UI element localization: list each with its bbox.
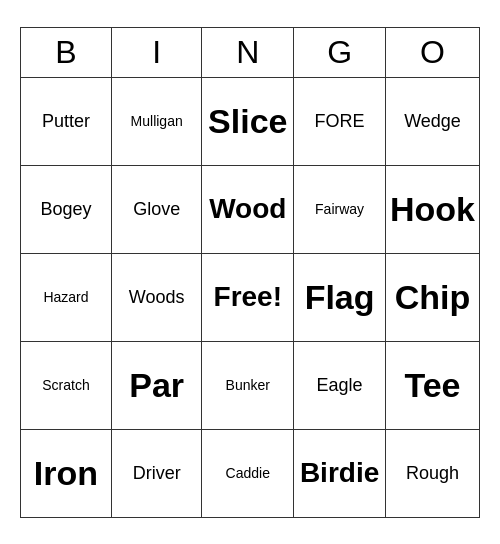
bingo-cell: Fairway <box>294 165 386 253</box>
bingo-cell: Woods <box>111 253 201 341</box>
bingo-cell: Caddie <box>202 429 294 517</box>
cell-label: Fairway <box>298 201 381 217</box>
bingo-cell: Bunker <box>202 341 294 429</box>
bingo-cell: FORE <box>294 77 386 165</box>
cell-label: Chip <box>390 278 475 317</box>
header-letter: N <box>202 27 294 77</box>
bingo-cell: Glove <box>111 165 201 253</box>
cell-label: Eagle <box>298 375 381 396</box>
cell-label: Mulligan <box>116 113 197 129</box>
cell-label: Glove <box>116 199 197 220</box>
bingo-cell: Free! <box>202 253 294 341</box>
bingo-card: BINGO PutterMulliganSliceFOREWedgeBogeyG… <box>20 27 480 518</box>
bingo-cell: Par <box>111 341 201 429</box>
bingo-cell: Mulligan <box>111 77 201 165</box>
bingo-cell: Rough <box>385 429 479 517</box>
bingo-cell: Putter <box>21 77 112 165</box>
cell-label: Scratch <box>25 377 107 393</box>
cell-label: Hazard <box>25 289 107 305</box>
cell-label: Driver <box>116 463 197 484</box>
bingo-cell: Tee <box>385 341 479 429</box>
bingo-cell: Hazard <box>21 253 112 341</box>
cell-label: Slice <box>206 102 289 141</box>
cell-label: Wood <box>206 193 289 225</box>
table-row: HazardWoodsFree!FlagChip <box>21 253 480 341</box>
header-letter: B <box>21 27 112 77</box>
bingo-cell: Slice <box>202 77 294 165</box>
header-letter: O <box>385 27 479 77</box>
bingo-cell: Iron <box>21 429 112 517</box>
bingo-cell: Birdie <box>294 429 386 517</box>
cell-label: Putter <box>25 111 107 132</box>
cell-label: Caddie <box>206 465 289 481</box>
cell-label: Birdie <box>298 457 381 489</box>
table-row: ScratchParBunkerEagleTee <box>21 341 480 429</box>
table-row: PutterMulliganSliceFOREWedge <box>21 77 480 165</box>
header-letter: I <box>111 27 201 77</box>
bingo-cell: Hook <box>385 165 479 253</box>
cell-label: Woods <box>116 287 197 308</box>
bingo-cell: Eagle <box>294 341 386 429</box>
cell-label: FORE <box>298 111 381 132</box>
cell-label: Wedge <box>390 111 475 132</box>
table-row: BogeyGloveWoodFairwayHook <box>21 165 480 253</box>
table-row: IronDriverCaddieBirdieRough <box>21 429 480 517</box>
bingo-cell: Bogey <box>21 165 112 253</box>
bingo-cell: Chip <box>385 253 479 341</box>
bingo-cell: Flag <box>294 253 386 341</box>
cell-label: Bogey <box>25 199 107 220</box>
cell-label: Flag <box>298 278 381 317</box>
cell-label: Iron <box>25 454 107 493</box>
cell-label: Hook <box>390 190 475 229</box>
cell-label: Free! <box>206 281 289 313</box>
cell-label: Tee <box>390 366 475 405</box>
cell-label: Bunker <box>206 377 289 393</box>
bingo-cell: Wedge <box>385 77 479 165</box>
cell-label: Rough <box>390 463 475 484</box>
header-letter: G <box>294 27 386 77</box>
bingo-cell: Scratch <box>21 341 112 429</box>
bingo-cell: Wood <box>202 165 294 253</box>
bingo-cell: Driver <box>111 429 201 517</box>
cell-label: Par <box>116 366 197 405</box>
